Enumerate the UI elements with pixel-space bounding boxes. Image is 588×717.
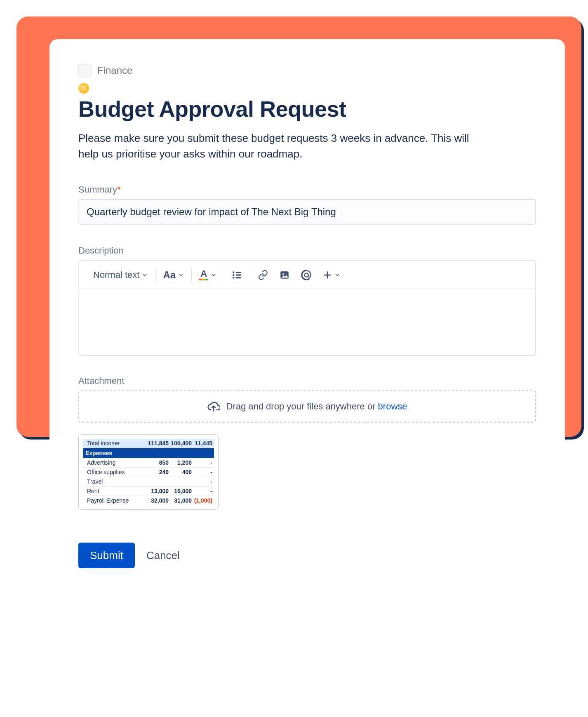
text-format-dropdown[interactable]: Aa bbox=[163, 269, 184, 281]
chevron-down-icon bbox=[178, 272, 184, 278]
thumb-cell: 850 bbox=[146, 459, 169, 466]
insert-more-dropdown[interactable] bbox=[323, 270, 340, 280]
description-textarea[interactable] bbox=[79, 289, 535, 355]
table-section-header: Expenses bbox=[83, 448, 214, 458]
table-row: Travel - bbox=[83, 477, 214, 487]
svg-point-4 bbox=[233, 277, 234, 278]
bullet-list-icon bbox=[232, 270, 242, 280]
thumb-cell: Rent bbox=[85, 488, 146, 494]
summary-input[interactable] bbox=[78, 199, 536, 225]
editor-toolbar: Normal text Aa A bbox=[79, 261, 535, 289]
svg-rect-5 bbox=[236, 277, 241, 278]
thumb-cell: Payroll Expense bbox=[85, 497, 146, 504]
link-icon bbox=[258, 270, 268, 280]
thumb-cell: 32,000 bbox=[146, 497, 169, 504]
table-row: Rent 13,000 16,000 - bbox=[83, 487, 214, 496]
text-format-icon: Aa bbox=[163, 269, 176, 281]
text-color-dropdown[interactable]: A bbox=[199, 269, 216, 280]
thumb-banner-label: Expenses bbox=[85, 450, 112, 456]
form-card: Finance Budget Approval Request Please m… bbox=[49, 39, 565, 597]
thumb-cell: 16,000 bbox=[169, 488, 192, 494]
thumb-cell: (1,000) bbox=[192, 497, 212, 504]
summary-label: Summary* bbox=[78, 184, 536, 195]
thumb-cell: - bbox=[192, 488, 212, 494]
mention-button[interactable] bbox=[301, 269, 312, 281]
dropzone-hint: Drag and drop your files anywhere or bro… bbox=[226, 401, 407, 412]
thumb-cell: 11,445 bbox=[192, 440, 212, 447]
link-button[interactable] bbox=[258, 270, 268, 280]
attachment-thumbnail[interactable]: Total income 111,845 100,400 11,445 Expe… bbox=[78, 434, 219, 510]
submit-button[interactable]: Submit bbox=[78, 543, 135, 568]
text-color-icon: A bbox=[199, 269, 208, 280]
chevron-down-icon bbox=[142, 272, 148, 278]
svg-point-2 bbox=[233, 274, 234, 276]
project-avatar-placeholder bbox=[78, 64, 92, 77]
svg-rect-3 bbox=[236, 274, 241, 275]
thumb-cell: - bbox=[192, 469, 212, 475]
thumb-cell: 31,000 bbox=[169, 497, 192, 504]
table-row: Payroll Expense 32,000 31,000 (1,000) bbox=[83, 496, 214, 505]
thumb-cell: Office supplies bbox=[85, 469, 146, 475]
thumb-cell: - bbox=[192, 478, 212, 485]
breadcrumb-label[interactable]: Finance bbox=[97, 65, 132, 76]
thumb-cell: 100,400 bbox=[169, 440, 192, 447]
at-icon bbox=[301, 269, 312, 281]
attachment-dropzone[interactable]: Drag and drop your files anywhere or bro… bbox=[78, 390, 536, 423]
thumb-cell: 400 bbox=[169, 469, 192, 475]
intro-text: Please make sure you submit these budget… bbox=[78, 131, 482, 162]
thumb-cell: Travel bbox=[85, 478, 146, 485]
form-actions: Submit Cancel bbox=[78, 543, 536, 568]
thumb-cell: Advertising bbox=[85, 459, 146, 466]
image-icon bbox=[279, 270, 290, 280]
thumb-cell: 13,000 bbox=[146, 488, 169, 494]
browse-link[interactable]: browse bbox=[378, 401, 407, 411]
chevron-down-icon bbox=[211, 272, 216, 278]
bullet-list-button[interactable] bbox=[232, 270, 242, 280]
page-title: Budget Approval Request bbox=[78, 96, 536, 122]
upload-cloud-icon bbox=[207, 400, 220, 413]
thumb-cell: 111,845 bbox=[146, 440, 169, 447]
thumb-cell: Total income bbox=[85, 440, 146, 447]
thumb-cell: - bbox=[192, 459, 212, 466]
svg-point-0 bbox=[233, 271, 234, 273]
required-asterisk: * bbox=[117, 184, 121, 195]
svg-point-7 bbox=[282, 273, 284, 275]
dropzone-hint-text: Drag and drop your files anywhere or bbox=[226, 401, 378, 411]
breadcrumb: Finance bbox=[78, 64, 536, 77]
plus-icon bbox=[323, 270, 332, 280]
thumb-cell: 1,200 bbox=[169, 459, 192, 466]
svg-rect-1 bbox=[236, 272, 241, 273]
cancel-button[interactable]: Cancel bbox=[146, 549, 180, 562]
attachment-label: Attachment bbox=[78, 376, 536, 386]
thumb-cell: 240 bbox=[146, 469, 169, 475]
description-editor: Normal text Aa A bbox=[78, 260, 536, 356]
table-row: Total income 111,845 100,400 11,445 bbox=[83, 439, 214, 448]
image-button[interactable] bbox=[279, 270, 290, 280]
chevron-down-icon bbox=[334, 272, 340, 278]
table-row: Office supplies 240 400 - bbox=[83, 468, 214, 477]
description-label: Description bbox=[78, 245, 536, 256]
coin-icon bbox=[78, 83, 89, 94]
text-style-label: Normal text bbox=[93, 270, 139, 280]
text-style-dropdown[interactable]: Normal text bbox=[93, 270, 148, 280]
table-row: Advertising 850 1,200 - bbox=[83, 458, 214, 468]
summary-label-text: Summary bbox=[78, 184, 117, 195]
